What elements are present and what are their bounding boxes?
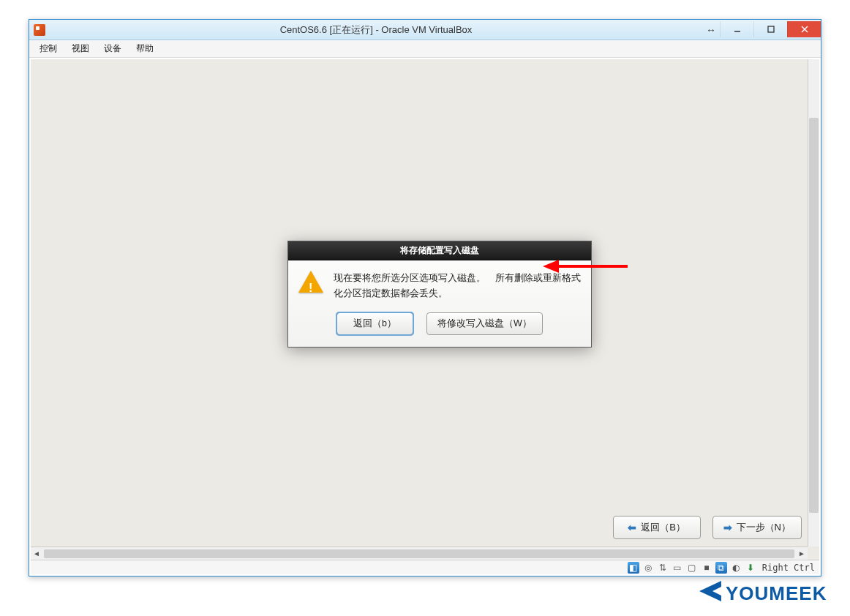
- arrow-left-icon: ⬅: [628, 522, 636, 533]
- menu-view[interactable]: 视图: [64, 42, 97, 55]
- menu-help[interactable]: 帮助: [129, 42, 161, 55]
- menubar: 控制 视图 设备 帮助: [29, 40, 821, 58]
- scroll-right-icon[interactable]: ►: [796, 549, 808, 557]
- arrow-right-icon: ➡: [723, 522, 732, 533]
- installer-back-button[interactable]: ⬅ 返回（B）: [613, 516, 701, 539]
- installer-next-button[interactable]: ➡ 下一步（N）: [712, 516, 802, 539]
- installer-next-label: 下一步（N）: [737, 521, 791, 534]
- video-capture-icon[interactable]: ■: [701, 562, 712, 574]
- window-titlebar: CentOS6.6 [正在运行] - Oracle VM VirtualBox …: [29, 20, 821, 40]
- menu-devices[interactable]: 设备: [97, 42, 129, 55]
- virtualbox-window: CentOS6.6 [正在运行] - Oracle VM VirtualBox …: [29, 19, 821, 576]
- optical-disk-icon[interactable]: ◎: [642, 562, 654, 574]
- resize-indicator-icon: ↔: [702, 20, 720, 40]
- usb-icon[interactable]: ⇅: [657, 562, 669, 574]
- mouse-integration-icon[interactable]: ◐: [730, 562, 742, 574]
- virtualbox-app-icon: [34, 24, 45, 36]
- window-controls: ↔: [702, 20, 821, 40]
- installer-footer: ⬅ 返回（B） ➡ 下一步（N）: [613, 516, 802, 539]
- svg-rect-1: [768, 26, 774, 32]
- horizontal-scrollbar-thumb[interactable]: [44, 549, 794, 558]
- maximize-button[interactable]: [753, 21, 787, 37]
- guest-display: 将存储配置写入磁盘 ! 现在要将您所选分区选项写入磁盘。 所有删除或重新格式化分…: [31, 59, 819, 560]
- write-changes-button[interactable]: 将修改写入磁盘（W）: [426, 312, 543, 335]
- horizontal-scrollbar[interactable]: ◄ ►: [31, 546, 808, 560]
- svg-marker-6: [699, 581, 721, 601]
- close-button[interactable]: [787, 21, 821, 37]
- warning-icon: !: [298, 271, 323, 296]
- menu-control[interactable]: 控制: [32, 42, 64, 55]
- hard-disk-icon[interactable]: ◧: [628, 562, 639, 574]
- vertical-scrollbar[interactable]: [808, 59, 819, 546]
- vertical-scrollbar-thumb[interactable]: [809, 118, 819, 513]
- display-icon[interactable]: ▢: [686, 562, 698, 574]
- network-icon[interactable]: ⧉: [715, 562, 727, 574]
- youmeek-watermark: YOUMEEK: [696, 572, 843, 615]
- dialog-title: 将存储配置写入磁盘: [288, 241, 591, 260]
- host-key-label: Right Ctrl: [762, 563, 815, 573]
- scroll-left-icon[interactable]: ◄: [31, 549, 42, 557]
- virtualbox-statusbar: ◧ ◎ ⇅ ▭ ▢ ■ ⧉ ◐ ⬇ Right Ctrl: [31, 560, 819, 574]
- keyboard-capture-icon[interactable]: ⬇: [745, 562, 756, 574]
- installer-back-label: 返回（B）: [641, 521, 685, 534]
- shared-folder-icon[interactable]: ▭: [672, 562, 683, 574]
- dialog-message: 现在要将您所选分区选项写入磁盘。 所有删除或重新格式化分区指定数据都会丢失。: [334, 271, 581, 302]
- svg-text:YOUMEEK: YOUMEEK: [726, 582, 827, 604]
- window-title: CentOS6.6 [正在运行] - Oracle VM VirtualBox: [50, 23, 702, 37]
- write-storage-dialog: 将存储配置写入磁盘 ! 现在要将您所选分区选项写入磁盘。 所有删除或重新格式化分…: [287, 241, 592, 348]
- minimize-button[interactable]: [720, 21, 753, 37]
- back-button[interactable]: 返回（b）: [336, 312, 413, 335]
